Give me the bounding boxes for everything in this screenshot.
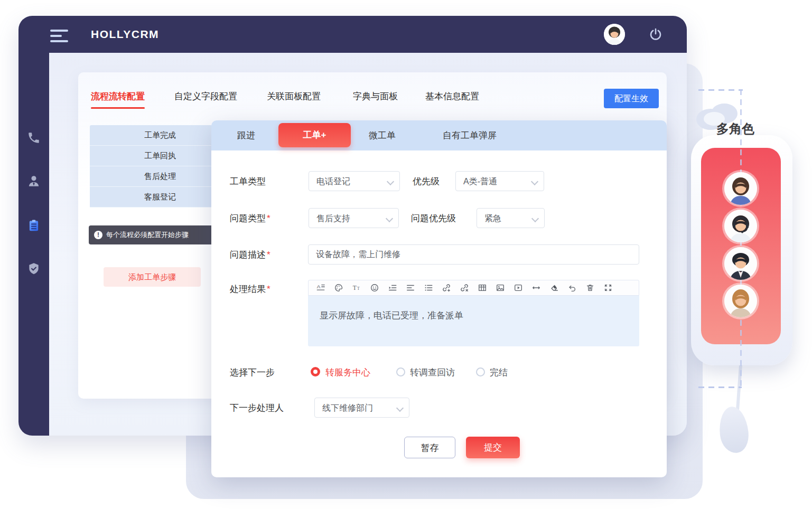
select-priority[interactable]: A类-普通: [455, 171, 544, 191]
role-avatar-specialist-female: [724, 285, 757, 317]
phone-icon[interactable]: [27, 131, 41, 145]
tooltip: ! 每个流程必须配置开始步骤: [89, 225, 216, 244]
modal-tab-popup[interactable]: 自有工单弹屏: [443, 120, 497, 150]
font-size-icon[interactable]: TT: [349, 281, 365, 294]
alert-icon: !: [94, 231, 102, 239]
modal-tabbar: 跟进 工单+ 微工单 自有工单弹屏: [211, 120, 667, 150]
role-avatar-agent-headset: [724, 210, 757, 242]
label-next-handler: 下一步处理人: [230, 402, 284, 414]
dashed-line-top: [698, 89, 743, 91]
tab-dictionary[interactable]: 字典与面板: [353, 89, 398, 105]
fullscreen-icon[interactable]: [600, 281, 616, 294]
contacts-icon[interactable]: [27, 174, 41, 188]
role-avatar-agent-female: [724, 172, 757, 205]
tooltip-text: 每个流程必须配置开始步骤: [106, 230, 189, 240]
unlink-icon[interactable]: [456, 281, 472, 294]
radio-finish[interactable]: [476, 367, 485, 376]
list-item-ticket-receipt[interactable]: 工单回执: [90, 146, 230, 166]
user-avatar[interactable]: [604, 24, 625, 45]
select-ticket-type[interactable]: 电话登记: [309, 171, 400, 191]
workorder-modal: 跟进 工单+ 微工单 自有工单弹屏 工单类型 电话登记 优先级 A类-普通 问题…: [211, 120, 667, 477]
radio-label-service-center[interactable]: 转服务中心: [325, 366, 370, 379]
align-icon[interactable]: [403, 281, 418, 294]
label-problem-priority: 问题优先级: [411, 212, 456, 224]
radio-label-finish[interactable]: 完结: [490, 366, 508, 379]
select-problem-priority[interactable]: 紧急: [477, 208, 545, 228]
list-item-ticket-complete[interactable]: 工单完成: [90, 125, 230, 146]
undo-icon[interactable]: [564, 281, 580, 294]
radio-service-center[interactable]: [311, 367, 320, 376]
submit-button[interactable]: 提交: [466, 437, 520, 458]
select-next-handler[interactable]: 线下维修部门: [314, 398, 409, 418]
workflow-step-list: 工单完成 工单回执 售后处理 客服登记: [90, 125, 230, 208]
add-step-button[interactable]: 添加工单步骤: [104, 267, 201, 287]
modal-tab-micro-workorder[interactable]: 微工单: [369, 120, 396, 150]
eraser-icon[interactable]: [546, 281, 562, 294]
color-palette-icon[interactable]: [331, 281, 347, 294]
menu-icon[interactable]: [50, 30, 69, 42]
app-title: HOLLYCRM: [91, 16, 159, 53]
tab-basic-info[interactable]: 基本信息配置: [425, 89, 479, 105]
bullet-list-icon[interactable]: [421, 281, 436, 294]
video-icon[interactable]: [510, 281, 526, 294]
security-icon[interactable]: [27, 262, 41, 276]
modal-tab-workorder[interactable]: 工单+: [278, 123, 351, 147]
modal-tab-followup[interactable]: 跟进: [237, 120, 255, 150]
label-problem-desc: 问题描述*: [230, 249, 270, 261]
select-problem-type[interactable]: 售后支持: [309, 208, 399, 228]
screen: HOLLYCRM: [0, 0, 812, 509]
drop-decoration: [717, 405, 751, 454]
dashed-line-bottom: [698, 387, 742, 388]
tab-custom-fields[interactable]: 自定义字段配置: [174, 89, 237, 105]
label-ticket-type: 工单类型: [230, 175, 266, 187]
apply-config-button[interactable]: 配置生效: [604, 89, 659, 108]
editor-toolbar: ATT: [308, 280, 639, 296]
rich-text-editor: ATT 显示屏故障，电话已受理，准备派单: [308, 280, 639, 346]
save-draft-button[interactable]: 暂存: [404, 437, 455, 458]
svg-text:A: A: [317, 284, 321, 289]
svg-text:T: T: [353, 285, 357, 291]
radio-survey-callback[interactable]: [396, 367, 405, 376]
label-priority: 优先级: [413, 175, 440, 187]
label-next-step: 选择下一步: [230, 366, 275, 379]
role-avatar-stack: [724, 172, 757, 322]
multi-role-caption: 多角色: [716, 120, 754, 137]
power-icon[interactable]: [649, 27, 662, 41]
app-header: HOLLYCRM: [18, 16, 687, 53]
list-item-aftersales[interactable]: 售后处理: [90, 166, 230, 187]
table-icon[interactable]: [474, 281, 490, 294]
label-result: 处理结果*: [230, 283, 270, 295]
editor-content[interactable]: 显示屏故障，电话已受理，准备派单: [308, 296, 639, 346]
horizontal-rule-icon[interactable]: [528, 281, 544, 294]
problem-desc-input[interactable]: [308, 244, 639, 265]
image-icon[interactable]: [492, 281, 508, 294]
delete-icon[interactable]: [582, 281, 598, 294]
text-style-icon[interactable]: A: [313, 281, 329, 294]
indent-icon[interactable]: [385, 281, 400, 294]
label-problem-type: 问题类型*: [230, 212, 270, 224]
insert-link-icon[interactable]: [438, 281, 454, 294]
tab-process-flow[interactable]: 流程流转配置: [91, 89, 145, 105]
emoji-icon[interactable]: [367, 281, 382, 294]
config-tabs: 流程流转配置 自定义字段配置 关联面板配置 字典与面板 基本信息配置: [18, 89, 687, 111]
list-item-service-register[interactable]: 客服登记: [90, 187, 230, 208]
svg-text:T: T: [357, 286, 360, 291]
radio-label-survey-callback[interactable]: 转调查回访: [410, 366, 455, 379]
workorder-icon[interactable]: [27, 219, 41, 232]
tab-linked-panel[interactable]: 关联面板配置: [267, 89, 321, 105]
role-avatar-manager-male: [724, 247, 757, 280]
